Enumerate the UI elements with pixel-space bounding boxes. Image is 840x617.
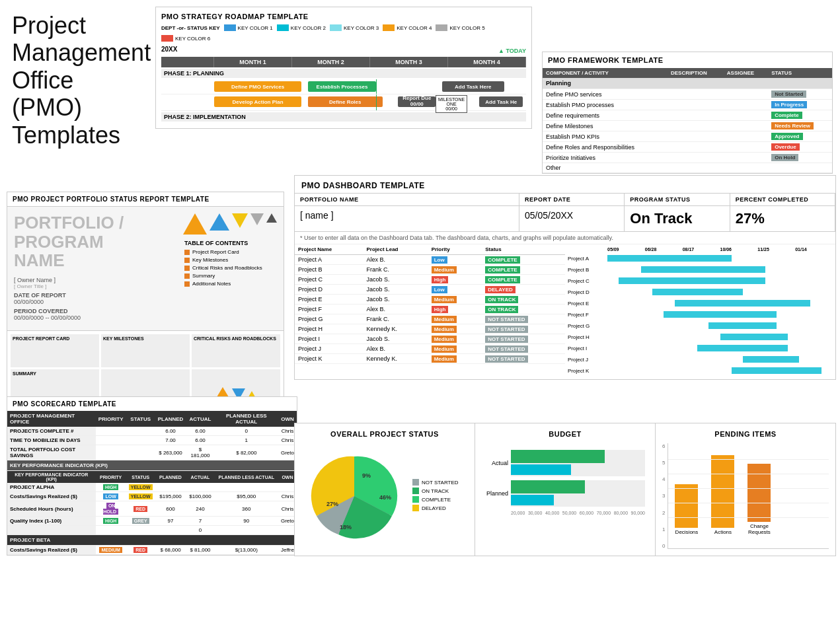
budget-actual-label: Actual	[485, 460, 508, 466]
mini-milestones: KEY MILESTONES	[101, 334, 190, 367]
sc-row: TIME TO MOBILIZE IN DAYS 7.00 6.00 1 Chr…	[7, 436, 297, 445]
project-row: Project C Jacob S. High COMPLETE	[295, 275, 565, 285]
toc-item: Key Milestones	[184, 257, 277, 263]
pending-items-section: PENDING ITEMS 6 5 4 3 2 1 0	[656, 423, 835, 556]
gantt-proj-label: Project F	[568, 312, 607, 318]
gantt-row: Project J	[568, 354, 833, 365]
roadmap-year: 20XX	[161, 46, 177, 53]
gantt-proj-label: Project H	[568, 334, 607, 340]
toc-bullet	[184, 273, 190, 279]
sc-kpi-row: PROJECT BETA	[7, 535, 297, 546]
portfolio-body: PORTFOLIO /PROGRAMNAME [ Owner Name ] [ …	[7, 207, 284, 330]
dashboard-title: PMO DASHBOARD TEMPLATE	[295, 176, 835, 193]
gantt-bar	[664, 311, 777, 318]
sc-kpi-header: KEY PERFORMANCE INDICATOR (KPI)	[7, 460, 297, 471]
sc-kpi-row: Costs/Savings Realized ($) LOW YELLOW $1…	[7, 492, 297, 501]
legend-key1: KEY COLOR 1	[224, 24, 273, 31]
budget-chart: Actual Planned 20,000 30,000 40,000 50,0…	[482, 443, 648, 522]
gantt-section: 05/09 06/28 08/17 10/06 11/25 01/14 Proj…	[565, 244, 835, 379]
pending-title: PENDING ITEMS	[662, 430, 829, 438]
pie-svg: 9% 46% 27% 18%	[301, 443, 407, 549]
toc-item: Project Report Card	[184, 249, 277, 255]
fw-status-badge: Overdue	[771, 143, 799, 151]
budget-actual-row: Actual	[485, 450, 645, 476]
toc-bullet	[184, 281, 190, 287]
gridline-3	[668, 488, 829, 489]
fw-status-badge: Complete	[771, 112, 802, 119]
mini-report-card: PROJECT REPORT CARD	[11, 334, 99, 367]
gantt-proj-label: Project G	[568, 323, 607, 329]
roadmap-header: MONTH 1 MONTH 2 MONTH 3 MONTH 4	[161, 57, 526, 67]
dashboard-projects-gantt: Project Name Project Lead Priority Statu…	[295, 244, 835, 379]
pending-chart: 6 5 4 3 2 1 0 Decisions	[662, 443, 829, 549]
scorecard-table: PROJECT MANAGEMENT OFFICE PRIORITY STATU…	[7, 411, 297, 555]
gantt-row: Project G	[568, 320, 833, 331]
toc-bullet	[184, 266, 190, 271]
budget-title: BUDGET	[482, 430, 648, 438]
gantt-bar-area	[607, 288, 833, 296]
gantt-row: Project E	[568, 298, 833, 308]
gantt-proj-label: Project A	[568, 256, 607, 262]
fw-status-badge: On Hold	[771, 154, 798, 161]
gantt-proj-label: Project B	[568, 267, 607, 273]
project-table: Project Name Project Lead Priority Statu…	[295, 244, 565, 364]
roadmap-legend: DEPT -or- STATUS KEY KEY COLOR 1 KEY COL…	[161, 24, 526, 42]
legend-key5: KEY COLOR 5	[436, 24, 484, 31]
dashboard-note: * User to enter all data on the Dashboar…	[295, 232, 835, 244]
sc-kpi-row: PROJECT ALPHA HIGH YELLOW	[7, 483, 297, 492]
gantt-bar	[732, 367, 821, 374]
actions-label: Actions	[714, 529, 732, 535]
framework-table: COMPONENT / ACTIVITY DESCRIPTION ASSIGNE…	[543, 68, 832, 173]
framework-title: PMO FRAMEWORK TEMPLATE	[543, 52, 832, 68]
budget-planned-label: Planned	[485, 490, 508, 497]
gantt-bar-area	[607, 367, 833, 375]
toc-title: TABLE OF CONTENTS	[184, 240, 277, 246]
legend-delayed: DELAYED	[412, 505, 459, 511]
budget-planned-green	[511, 480, 585, 493]
fw-status-badge: Not Started	[771, 91, 806, 98]
pie-legend: NOT STARTED ON TRACK COMPLETE DELAYED	[412, 479, 459, 513]
project-row: Project K Kennedy K. Medium NOT STARTED	[295, 354, 565, 364]
legend-key2: KEY COLOR 2	[277, 24, 326, 31]
project-row: Project G Frank C. Medium NOT STARTED	[295, 314, 565, 324]
budget-actual-bars	[511, 450, 645, 476]
toc-list: Project Report CardKey MilestonesCritica…	[184, 249, 277, 287]
title-line2: Management	[12, 39, 151, 66]
fw-row: Define requirements Complete	[543, 110, 832, 121]
project-row: Project A Alex B. Low COMPLETE	[295, 255, 565, 265]
overall-status-title: OVERALL PROJECT STATUS	[301, 430, 468, 438]
gantt-bar	[708, 322, 776, 329]
dot-complete	[412, 496, 419, 503]
sc-kpi-row: 0	[7, 526, 297, 535]
budget-planned-row: Planned	[485, 480, 645, 507]
gantt-proj-label: Project D	[568, 289, 607, 295]
gridline-5	[668, 459, 829, 460]
decisions-bar	[675, 484, 698, 528]
gantt-bar	[743, 356, 799, 363]
pie-label-27: 27%	[326, 501, 338, 507]
budget-section: BUDGET Actual Planned 20,000 30,00	[475, 423, 656, 556]
gantt-bar-area	[607, 333, 833, 341]
fw-row: Establish PMO KPIs Approved	[543, 131, 832, 142]
toc-item: Additional Notes	[184, 281, 277, 287]
toc-item: Summary	[184, 273, 277, 279]
budget-planned-cyan	[511, 495, 554, 505]
gantt-bar-area	[607, 310, 833, 318]
change-label: ChangeRequests	[748, 523, 771, 535]
gantt-proj-label: Project K	[568, 368, 607, 374]
portfolio-owner: [ Owner Name ] [ Owner Title ]	[14, 277, 176, 289]
legend-notstarted: NOT STARTED	[412, 479, 459, 486]
gridline-1	[668, 517, 829, 518]
title-line5: Templates	[12, 122, 120, 149]
project-row: Project D Jacob S. Low DELAYED	[295, 285, 565, 295]
portfolio-triangles	[184, 213, 277, 235]
pending-bar-change: ChangeRequests	[747, 464, 771, 535]
budget-planned-bars	[511, 480, 645, 507]
sc-row: PROJECTS COMPLETE # 6.00 6.00 0 Chris	[7, 427, 297, 436]
title-line4: (PMO)	[12, 94, 82, 121]
gantt-bar-area	[607, 322, 833, 330]
gantt-proj-label: Project J	[568, 357, 607, 363]
gantt-row: Project D	[568, 287, 833, 297]
gantt-proj-label: Project C	[568, 278, 607, 284]
fw-row: Other	[543, 163, 832, 173]
